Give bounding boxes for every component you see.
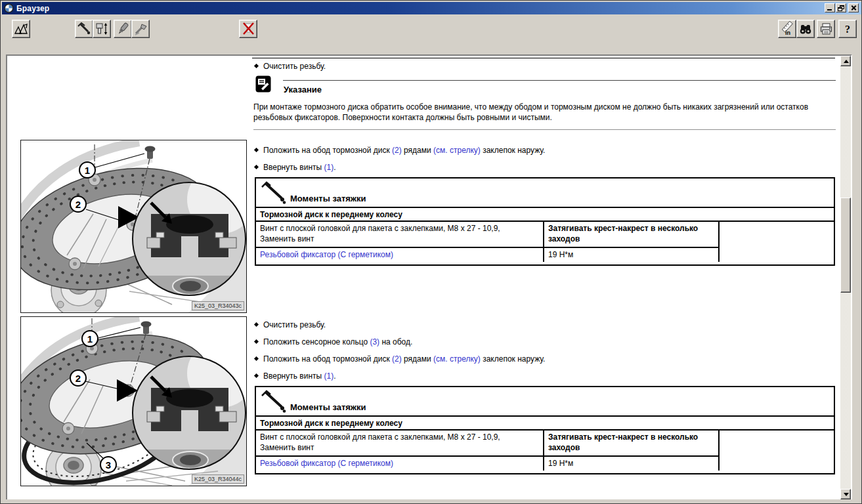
step-item: Положить на обод тормозной диск (2) ряда…	[253, 146, 545, 155]
callout-2: 2	[70, 369, 87, 387]
divider	[253, 129, 836, 130]
bullet-icon	[254, 373, 259, 378]
document: Очистить резьбу. Указание При монтаже то…	[7, 56, 839, 499]
figure-caption: K25_03_R34044c	[192, 474, 244, 484]
torque-item-cell: Винт с плоской головкой для пакета с зак…	[256, 222, 544, 248]
note-icon	[255, 75, 271, 95]
callout-link-1[interactable]: (1)	[324, 163, 334, 172]
note-body: При монтаже тормозного диска обратить ос…	[253, 102, 831, 123]
callout-3: 3	[100, 456, 117, 473]
callout-2: 2	[70, 196, 87, 213]
measure-units-icon: in	[779, 21, 795, 37]
minimize-button[interactable]	[825, 3, 835, 12]
bullet-icon	[254, 322, 259, 327]
minimize-icon	[827, 9, 832, 10]
step-item: Ввернуть винты (1).	[253, 163, 335, 172]
step-item: Очистить резьбу.	[253, 320, 326, 329]
svg-text:in: in	[785, 30, 790, 36]
technical-data-button[interactable]	[93, 20, 111, 38]
torque-wrench-icon	[260, 389, 290, 415]
bmw-logo-icon	[4, 3, 14, 13]
see-arrow-link[interactable]: (см. стрелку)	[433, 354, 481, 364]
torque-method-cell: Затягивать крест-накрест в несколько зах…	[544, 430, 720, 457]
note-title: Указание	[284, 85, 322, 94]
bullet-icon	[254, 148, 259, 152]
bullet-icon	[254, 64, 259, 68]
print-icon	[819, 22, 833, 36]
window-title: Браузер	[16, 4, 49, 13]
see-arrow-link[interactable]: (см. стрелку)	[433, 146, 481, 155]
print-button[interactable]	[817, 20, 835, 38]
callout-1: 1	[81, 330, 98, 347]
special-tools-button[interactable]	[131, 20, 150, 38]
no-special-tool-icon	[241, 22, 256, 36]
help-icon: ?	[840, 22, 855, 36]
torque-table: Моменты затяжки Тормозной диск к передне…	[255, 177, 835, 266]
scroll-up-button[interactable]	[840, 56, 851, 66]
adhesive-icon	[116, 22, 130, 36]
vertical-scrollbar[interactable]	[840, 56, 851, 499]
navigate-pages-button[interactable]	[12, 20, 30, 38]
svg-text:?: ?	[845, 24, 850, 35]
torque-fixative-cell: Резьбовой фиксатор (С герметиком)	[256, 248, 544, 262]
callout-link-1[interactable]: (1)	[324, 371, 334, 381]
help-button[interactable]: ?	[838, 20, 857, 38]
close-button[interactable]	[848, 3, 859, 12]
torque-values-button[interactable]	[75, 20, 93, 38]
document-pane: Очистить резьбу. Указание При монтаже то…	[6, 54, 852, 501]
figure-caption: K25_03_R34043c	[192, 301, 244, 310]
close-icon	[849, 4, 858, 12]
bullet-icon	[254, 339, 259, 344]
figure-brake-disc-sensor-ring[interactable]: 1 2 3 K25_03_R34044c	[20, 316, 247, 486]
step-item: Положить на обод тормозной диск (2) ряда…	[253, 354, 545, 364]
torque-method-cell: Затягивать крест-накрест в несколько зах…	[544, 222, 720, 248]
search-button[interactable]	[796, 20, 815, 38]
torque-value-cell: 19 Н*м	[544, 248, 720, 262]
torque-wrench-icon	[77, 22, 91, 36]
torque-fixative-cell: Резьбовой фиксатор (С герметиком)	[256, 457, 544, 471]
callout-link-2[interactable]: (2)	[392, 354, 402, 364]
callout-link-2[interactable]: (2)	[392, 146, 402, 155]
scroll-down-button[interactable]	[840, 489, 851, 499]
step-item: Ввернуть винты (1).	[253, 371, 335, 381]
navigate-pages-icon	[14, 22, 29, 36]
torque-table-header: Моменты затяжки	[256, 387, 834, 417]
torque-empty-cell	[720, 222, 834, 262]
torque-table-title: Моменты затяжки	[290, 194, 366, 203]
torque-table-title: Моменты затяжки	[290, 402, 366, 412]
step-item: Положить сенсорное кольцо (3) на обод.	[253, 337, 412, 346]
title-bar: Браузер	[2, 2, 861, 14]
bullet-icon	[254, 356, 259, 361]
restore-button[interactable]	[836, 3, 846, 12]
bullet-icon	[254, 165, 259, 169]
torque-table-subtitle: Тормозной диск к переднему колесу	[256, 208, 834, 222]
divider	[283, 80, 836, 81]
fixative-link[interactable]: Резьбовой фиксатор (С герметиком)	[260, 459, 393, 468]
toolbar: in	[1, 14, 861, 54]
step-item: Очистить резьбу.	[253, 62, 326, 71]
technical-data-icon	[95, 22, 109, 36]
figure-brake-disc[interactable]: 1 2 K25_03_R34043c	[20, 140, 247, 313]
callout-link-3[interactable]: (3)	[370, 337, 379, 346]
torque-value-cell: 19 Н*м	[544, 457, 720, 471]
torque-table-header: Моменты затяжки	[256, 178, 834, 208]
callout-1: 1	[79, 161, 96, 178]
divider	[252, 58, 835, 58]
measure-units-button[interactable]: in	[778, 20, 796, 38]
torque-wrench-icon	[260, 180, 290, 207]
arrow-down-icon	[844, 493, 849, 496]
search-binoculars-icon	[798, 22, 813, 36]
torque-table-subtitle: Тормозной диск к переднему колесу	[256, 417, 834, 430]
torque-table: Моменты затяжки Тормозной диск к передне…	[255, 386, 835, 474]
torque-empty-cell	[720, 430, 834, 471]
torque-item-cell: Винт с плоской головкой для пакета с зак…	[256, 430, 544, 457]
fixative-link[interactable]: Резьбовой фиксатор (С герметиком)	[260, 250, 393, 259]
window-bottom-edge	[1, 499, 861, 503]
adhesives-button[interactable]	[114, 20, 132, 38]
browser-window: Браузер	[0, 0, 862, 504]
special-tool-icon	[133, 22, 148, 36]
arrow-up-icon	[844, 60, 849, 63]
scrollbar-thumb[interactable]	[840, 198, 851, 293]
no-special-tool-button[interactable]	[239, 20, 257, 38]
